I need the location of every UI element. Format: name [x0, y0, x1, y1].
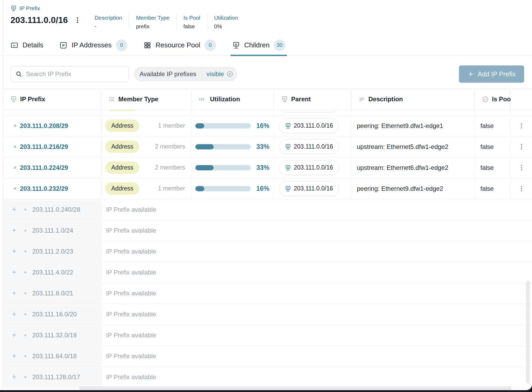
actions-cell: [511, 136, 532, 157]
table-header-row: IP IP Prefix Member Type 123 Utilization…: [3, 88, 532, 110]
is-pool-value: false: [480, 185, 494, 192]
tab-resource-pool[interactable]: Resource Pool 0: [143, 35, 216, 56]
table-row-available: + 203.111.128.0/17 IP Prefix available: [3, 367, 532, 388]
stat-label: Utilization: [214, 14, 238, 21]
tab-count-badge: 0: [116, 40, 127, 51]
add-ip-prefix-label: Add IP Prefix: [478, 70, 516, 78]
resource-pool-icon: [143, 41, 151, 49]
ip-prefix-cell: + 203.111.2.0/23: [3, 241, 101, 262]
header-stat: Utilization 0%: [207, 14, 245, 30]
svg-text:IP: IP: [287, 187, 289, 189]
ip-network-icon: IP: [285, 144, 291, 150]
member-type-cell: Address 2 members: [101, 157, 191, 178]
expand-plus-icon[interactable]: +: [11, 289, 18, 297]
vertical-scrollbar-thumb[interactable]: [526, 281, 530, 385]
bullet-dot: [24, 229, 26, 232]
description-cell: peering: Ethernet9.dfw1-edge1: [351, 115, 474, 136]
bullet-dot: [24, 209, 26, 211]
column-header-parent[interactable]: IP Parent: [274, 89, 351, 110]
ip-prefix-link[interactable]: 203.111.0.232/29: [20, 185, 68, 192]
header-stat: Description -: [95, 14, 129, 30]
expand-plus-icon[interactable]: +: [11, 310, 18, 318]
bullet-dot: [24, 313, 26, 315]
row-kebab-menu[interactable]: [518, 164, 525, 171]
member-type-cell: Address 2 members: [101, 136, 191, 157]
ip-prefix-cell: + 203.111.4.0/22: [3, 262, 101, 283]
expand-plus-icon[interactable]: +: [11, 352, 18, 360]
utilization-bar: [195, 165, 251, 170]
filter-chip-value: visible: [207, 70, 224, 78]
row-kebab-menu[interactable]: [518, 122, 525, 130]
expand-plus-icon[interactable]: +: [11, 331, 18, 339]
ip-prefix-link[interactable]: 203.111.0.208/29: [20, 122, 68, 130]
title-kebab-menu[interactable]: [74, 16, 81, 24]
table-row: 203.111.0.232/29 Address 1 member 16% IP…: [3, 178, 532, 199]
parent-cell: IP 203.111.0.0/16: [274, 157, 351, 178]
parent-prefix-chip[interactable]: IP 203.111.0.0/16: [279, 160, 339, 175]
table-row-available: + 203.111.8.0/21 IP Prefix available: [3, 283, 532, 304]
ip-network-icon: IP: [285, 165, 291, 171]
parent-prefix-label: 203.111.0.0/16: [294, 143, 333, 150]
column-header-member-type[interactable]: Member Type: [101, 89, 191, 110]
expand-plus-icon[interactable]: +: [11, 205, 18, 214]
details-card-icon: A:: [10, 41, 18, 49]
parent-prefix-chip[interactable]: IP 203.111.0.0/16: [279, 181, 339, 196]
expand-plus-icon[interactable]: +: [11, 247, 18, 255]
number-123-icon: 123: [198, 96, 207, 103]
tab-ip-addresses[interactable]: IP IP Addresses 0: [59, 35, 127, 56]
table-row: 203.111.0.224/29 Address 2 members 33% I…: [3, 157, 532, 178]
svg-text:IP: IP: [13, 7, 14, 9]
table-row: 203.111.0.216/29 Address 2 members 33% I…: [3, 136, 532, 157]
tab-label: Details: [23, 41, 43, 49]
tab-children[interactable]: IP Children 30: [232, 35, 285, 56]
row-kebab-menu[interactable]: [518, 143, 525, 150]
member-count: 2 members: [155, 164, 185, 171]
table-row-available: + 203.111.32.0/19 IP Prefix available: [3, 325, 532, 346]
expand-plus-icon[interactable]: +: [11, 373, 18, 381]
search-input[interactable]: [26, 70, 124, 78]
ip-network-icon: IP: [10, 5, 17, 12]
actions-cell: [511, 178, 532, 199]
filter-chip-value-wrap: visible: [202, 67, 237, 81]
horizontal-scrollbar-thumb[interactable]: [79, 387, 512, 390]
plus-icon: [467, 71, 474, 77]
column-label: Utilization: [210, 96, 240, 103]
tab-count-badge: 0: [204, 40, 216, 51]
column-header-ip-prefix[interactable]: IP IP Prefix: [3, 89, 101, 110]
bullet-dot: [24, 250, 26, 253]
column-label: Is Pool: [492, 96, 511, 103]
page-header: IP IP Prefix 203.111.0.0/16 Description …: [0, 0, 532, 30]
check-circle-icon: [482, 96, 489, 103]
expand-plus-icon[interactable]: +: [11, 226, 18, 234]
filter-chip-close-icon[interactable]: [226, 71, 233, 77]
row-kebab-menu[interactable]: [518, 185, 525, 192]
tab-details[interactable]: A: Details: [10, 35, 43, 56]
expand-plus-icon[interactable]: +: [11, 268, 18, 276]
add-ip-prefix-button[interactable]: Add IP Prefix: [459, 65, 524, 83]
breadcrumb[interactable]: IP IP Prefix: [10, 5, 40, 12]
column-header-description[interactable]: Description: [351, 89, 474, 110]
ip-prefix-link[interactable]: 203.111.0.216/29: [20, 143, 68, 150]
member-type-cell: Address 1 member: [101, 115, 191, 136]
column-header-is-pool[interactable]: Is Pool: [474, 89, 511, 110]
is-pool-cell: false: [474, 136, 511, 157]
utilization-bar: [195, 186, 251, 191]
parent-cell: IP 203.111.0.0/16: [274, 178, 351, 199]
parent-prefix-chip[interactable]: IP 203.111.0.0/16: [279, 119, 339, 133]
bullet-dot: [24, 271, 26, 273]
bullet-dot: [14, 187, 16, 190]
column-header-utilization[interactable]: 123 Utilization: [191, 89, 274, 110]
ip-prefix-cell: + 203.111.64.0/18: [3, 346, 101, 366]
is-pool-cell: false: [474, 115, 511, 136]
description-text: upstream: Ethernet5.dfw1-edge2: [357, 143, 448, 150]
bullet-dot: [14, 145, 16, 148]
column-label: Description: [368, 96, 403, 103]
stat-value: 0%: [214, 23, 238, 30]
ip-prefix-text: 203.111.16.0/20: [32, 311, 77, 318]
ip-prefix-link[interactable]: 203.111.0.224/29: [20, 164, 68, 171]
parent-prefix-chip[interactable]: IP 203.111.0.0/16: [279, 139, 339, 154]
svg-text:IP: IP: [287, 145, 289, 147]
stat-label: Description: [95, 14, 122, 21]
svg-text:A:: A:: [13, 44, 16, 47]
stat-label: Is Pool: [183, 14, 200, 21]
